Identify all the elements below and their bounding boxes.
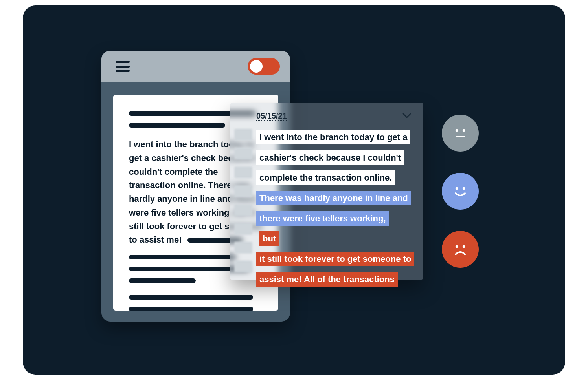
svg-point-5 <box>456 245 458 248</box>
thumbnail <box>234 185 252 197</box>
face-smile-icon <box>450 181 471 202</box>
face-frown-icon <box>450 239 471 260</box>
thumbnail <box>234 148 252 159</box>
thumbnail <box>234 166 252 178</box>
thumbnail-strip <box>234 127 252 272</box>
toggle-switch[interactable] <box>248 58 280 75</box>
thumbnail <box>234 204 252 216</box>
hamburger-icon[interactable] <box>116 61 130 72</box>
svg-point-1 <box>463 129 465 132</box>
sentiment-positive-button[interactable] <box>442 173 479 210</box>
skeleton-line <box>129 278 196 283</box>
svg-point-4 <box>463 187 465 190</box>
sentiment-selector <box>442 115 479 268</box>
segment-neutral: I went into the branch today to get a ca… <box>256 130 410 185</box>
svg-point-3 <box>456 187 458 190</box>
thumbnail <box>234 261 252 272</box>
svg-point-6 <box>463 245 465 248</box>
skeleton-line <box>129 255 236 259</box>
segment-negative: but <box>259 231 279 246</box>
toggle-knob <box>250 60 263 73</box>
illustration-stage: I went into the branch today to get a ca… <box>23 5 565 375</box>
thumbnail <box>234 242 252 254</box>
analysis-header: 05/15/21 <box>256 111 412 121</box>
analysis-card: 05/15/21 I went into the branch today to… <box>230 103 423 280</box>
thumbnail <box>234 223 252 235</box>
device-topbar <box>101 51 290 82</box>
segment-positive: There was hardly anyone in line and ther… <box>256 191 411 226</box>
skeleton-line <box>129 295 253 300</box>
thumbnail <box>234 129 252 141</box>
analysis-date: 05/15/21 <box>256 111 287 121</box>
face-neutral-icon <box>450 122 471 144</box>
chevron-down-icon[interactable] <box>402 111 412 121</box>
sentiment-negative-button[interactable] <box>442 231 479 268</box>
sentiment-segments: I went into the branch today to get a ca… <box>256 127 412 290</box>
segment-negative: it still took forever to get someone to … <box>256 252 414 287</box>
skeleton-line <box>129 307 253 311</box>
svg-point-0 <box>456 129 458 132</box>
skeleton-line <box>129 123 225 128</box>
sentiment-neutral-button[interactable] <box>442 115 479 152</box>
